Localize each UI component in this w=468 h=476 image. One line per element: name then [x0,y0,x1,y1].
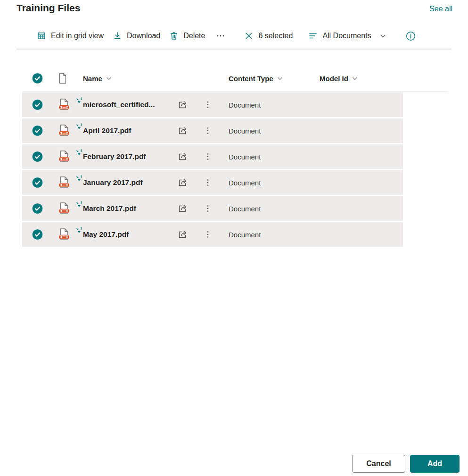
table-row[interactable]: microsoft_certified... Document [22,92,403,117]
delete-button[interactable]: Delete [169,31,205,41]
row-more-actions-icon[interactable] [203,178,213,187]
new-item-glimmer-icon [76,123,83,132]
row-more-actions-icon[interactable] [203,204,213,213]
column-header-model-id[interactable]: Model Id [320,75,358,83]
delete-label: Delete [183,32,205,40]
info-button[interactable] [406,31,416,41]
share-icon[interactable] [178,152,188,161]
row-more-actions-icon[interactable] [203,152,213,161]
row-selected-checkbox[interactable] [32,229,43,240]
grid-icon [37,31,46,41]
share-icon[interactable] [178,126,188,135]
file-name-link[interactable]: microsoft_certified... [83,100,155,109]
edit-in-grid-view-label: Edit in grid view [51,32,104,40]
file-name-link[interactable]: February 2017.pdf [83,152,146,161]
command-bar-divider [16,49,452,50]
share-icon[interactable] [178,178,188,187]
content-type-cell: Document [229,101,261,109]
table-row[interactable]: January 2017.pdf Document [22,170,403,195]
new-item-glimmer-icon [76,227,83,236]
view-selector-dropdown[interactable]: All Documents [308,31,386,41]
file-list: microsoft_certified... Document [22,92,403,248]
download-icon [113,31,122,41]
new-item-glimmer-icon [76,201,83,210]
cancel-button[interactable]: Cancel [352,455,405,473]
content-type-cell: Document [229,179,261,187]
ellipsis-horizontal-icon [216,31,225,41]
row-selected-checkbox[interactable] [32,177,43,188]
file-name-link[interactable]: May 2017.pdf [83,230,129,239]
table-row[interactable]: April 2017.pdf Document [22,118,403,143]
pdf-file-icon [58,150,70,163]
selected-count-label: 6 selected [258,32,293,40]
page-title: Training Files [16,2,80,14]
share-icon[interactable] [178,100,188,109]
row-more-actions-icon[interactable] [203,100,213,109]
select-all-checkbox[interactable] [32,73,43,84]
file-name-link[interactable]: January 2017.pdf [83,178,143,187]
row-selected-checkbox[interactable] [32,125,43,136]
row-selected-checkbox[interactable] [32,203,43,214]
pdf-file-icon [58,124,70,137]
content-type-cell: Document [229,205,261,213]
file-type-column-icon [58,73,67,84]
view-selector-label: All Documents [322,32,371,40]
chevron-down-icon [106,75,112,81]
info-icon [406,31,416,41]
download-label: Download [127,32,160,40]
share-icon[interactable] [178,204,188,213]
add-button[interactable]: Add [410,455,460,473]
file-name-link[interactable]: April 2017.pdf [83,126,131,135]
pdf-file-icon [58,98,70,111]
view-list-icon [308,31,318,41]
file-name-link[interactable]: March 2017.pdf [83,204,136,213]
row-selected-checkbox[interactable] [32,151,43,162]
table-row[interactable]: May 2017.pdf Document [22,222,403,247]
clear-selection-button[interactable]: 6 selected [244,31,293,41]
trash-icon [169,31,179,41]
new-item-glimmer-icon [76,175,83,184]
chevron-down-icon [380,33,386,39]
content-type-cell: Document [229,127,261,135]
pdf-file-icon [58,202,70,215]
share-icon[interactable] [178,230,188,239]
command-bar: Edit in grid view Download Delete 6 sele… [37,27,416,44]
table-row[interactable]: March 2017.pdf Document [22,196,403,221]
training-files-picker-panel: Training Files See all Edit in grid view… [0,0,468,476]
download-button[interactable]: Download [113,31,160,41]
new-item-glimmer-icon [76,149,83,158]
column-header-content-type[interactable]: Content Type [229,75,283,83]
chevron-down-icon [277,75,283,81]
pdf-file-icon [58,228,70,241]
overflow-menu-button[interactable] [216,31,225,41]
edit-in-grid-view-button[interactable]: Edit in grid view [37,31,104,41]
column-header-name[interactable]: Name [83,75,112,83]
new-item-glimmer-icon [76,97,83,106]
pdf-file-icon [58,176,70,189]
row-more-actions-icon[interactable] [203,126,213,135]
row-more-actions-icon[interactable] [203,230,213,239]
table-row[interactable]: February 2017.pdf Document [22,144,403,169]
see-all-link[interactable]: See all [429,5,452,13]
chevron-down-icon [352,75,358,81]
content-type-cell: Document [229,153,261,161]
clear-selection-x-icon [244,31,254,41]
row-selected-checkbox[interactable] [32,100,43,110]
table-header-row: Name Content Type Model Id [22,66,448,92]
content-type-cell: Document [229,231,261,239]
